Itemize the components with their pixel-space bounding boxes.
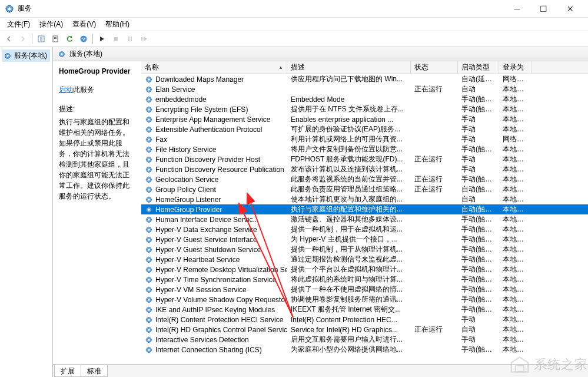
svg-rect-74 [516, 366, 524, 372]
tab-standard[interactable]: 标准 [81, 365, 108, 377]
svg-rect-11 [141, 37, 142, 41]
service-row[interactable]: Elan Service正在运行自动本地系... [141, 84, 588, 94]
column-status[interactable]: 状态 [411, 61, 458, 74]
cell-desc: 使本地计算机更改与加入家庭组的... [287, 194, 411, 204]
svg-point-63 [148, 309, 150, 311]
service-row[interactable]: Internet Connection Sharing (ICS)为家庭和小型办… [141, 345, 588, 355]
cell-name: Function Discovery Resource Publication [141, 166, 287, 174]
service-row[interactable]: Hyper-V Heartbeat Service通过定期报告检测信号来监视此虚… [141, 254, 588, 264]
stop-button[interactable] [109, 32, 122, 45]
service-row[interactable]: Extensible Authentication Protocol可扩展的身份… [141, 124, 588, 134]
cell-startup: 自动 [458, 325, 499, 335]
cell-desc: 提供一种机制，用于从物理计算机... [287, 244, 411, 254]
service-row[interactable]: HomeGroup Provider执行与家庭组的配置和维护相关的...自动(触… [141, 204, 588, 214]
cell-startup: 手动(触发... [458, 234, 499, 244]
detail-panel: HomeGroup Provider 启动此服务 描述: 执行与家庭组的配置和维… [53, 61, 141, 364]
service-row[interactable]: Interactive Services Detection启用交互服务需要用户… [141, 335, 588, 345]
cell-name: Intel(R) HD Graphics Control Panel Servi… [141, 326, 287, 334]
service-row[interactable]: Human Interface Device Servic...激活键盘、遥控器… [141, 214, 588, 224]
service-row[interactable]: Hyper-V Volume Shadow Copy Requestor协调使用… [141, 295, 588, 305]
service-row[interactable]: Group Policy Client此服务负责应用管理员通过组策略...正在运… [141, 184, 588, 194]
cell-status: 正在运行 [411, 184, 458, 194]
refresh-button[interactable] [63, 32, 76, 45]
cell-logon: 本地系... [499, 194, 531, 204]
cell-startup: 手动(触发... [458, 254, 499, 264]
menu-file[interactable]: 文件(F) [2, 18, 35, 31]
help-button[interactable]: ? [77, 32, 90, 45]
service-row[interactable]: HomeGroup Listener使本地计算机更改与加入家庭组的...自动本地… [141, 194, 588, 204]
service-row[interactable]: Encrypting File System (EFS)提供用于在 NTFS 文… [141, 104, 588, 114]
tab-extended[interactable]: 扩展 [54, 365, 81, 377]
service-row[interactable]: Hyper-V Data Exchange Service提供一种机制，用于在虚… [141, 224, 588, 234]
cell-name: Enterprise App Management Service [141, 115, 287, 124]
menu-view[interactable]: 查看(V) [68, 18, 101, 31]
cell-startup: 自动(延迟... [458, 74, 499, 84]
service-row[interactable]: Hyper-V Time Synchronization Service将此虚拟… [141, 275, 588, 285]
cell-logon: 本地服... [499, 204, 531, 214]
column-startup[interactable]: 启动类型 [458, 61, 499, 74]
service-row[interactable]: Downloaded Maps Manager供应用程序访问已下载地图的 Win… [141, 74, 588, 84]
menu-help[interactable]: 帮助(H) [101, 18, 134, 31]
service-row[interactable]: Geolocation Service此服务将监视系统的当前位置并管...正在运… [141, 174, 588, 184]
cell-startup: 手动(触发... [458, 174, 499, 184]
service-row[interactable]: Intel(R) HD Graphics Control Panel Servi… [141, 325, 588, 335]
cell-startup: 手动 [458, 114, 499, 124]
cell-logon: 本地系... [499, 335, 531, 345]
cell-startup: 手动 [458, 164, 499, 174]
service-row[interactable]: Function Discovery Resource Publication发… [141, 164, 588, 174]
close-button[interactable]: ✕ [557, 1, 583, 17]
cell-name: IKE and AuthIP IPsec Keying Modules [141, 306, 287, 314]
menu-action[interactable]: 操作(A) [35, 18, 68, 31]
svg-point-39 [148, 188, 150, 191]
column-name[interactable]: 名称▲ [141, 61, 287, 74]
app-icon [5, 4, 14, 14]
pause-button[interactable] [124, 32, 137, 45]
cell-startup: 手动 [458, 335, 499, 345]
start-service-link[interactable]: 启动 [59, 85, 73, 94]
cell-logon: 本地系... [499, 174, 531, 184]
cell-startup: 手动 [458, 154, 499, 164]
service-row[interactable]: Enterprise App Management ServiceEnables… [141, 114, 588, 124]
list-body[interactable]: Downloaded Maps Manager供应用程序访问已下载地图的 Win… [141, 74, 588, 364]
svg-point-69 [148, 339, 150, 341]
service-row[interactable]: Hyper-V Guest Shutdown Service提供一种机制，用于从… [141, 244, 588, 254]
service-row[interactable]: Fax利用计算机或网络上的可用传真资...手动网络服... [141, 134, 588, 144]
cell-logon: 本地系... [499, 325, 531, 335]
svg-point-33 [148, 158, 150, 161]
service-row[interactable]: Hyper-V Remote Desktop Virtualization Se… [141, 264, 588, 275]
service-row[interactable]: Hyper-V VM Session Service提供了一种在不使用虚拟网络的… [141, 285, 588, 295]
service-row[interactable]: embeddedmodeEmbedded Mode手动(触发...本地系... [141, 94, 588, 104]
cell-logon: 本地系... [499, 295, 531, 305]
cell-logon: 本地系... [499, 254, 531, 264]
cell-logon: 本地系... [499, 315, 531, 325]
cell-desc: Enables enterprise application ... [287, 115, 411, 124]
cell-logon: 本地系... [499, 264, 531, 275]
column-desc[interactable]: 描述 [287, 61, 411, 74]
filter-button[interactable] [49, 32, 62, 45]
cell-startup: 手动(触发... [458, 104, 499, 114]
restart-button[interactable] [138, 32, 151, 45]
export-button[interactable] [35, 32, 48, 45]
start-button[interactable] [95, 32, 108, 45]
cell-logon: 本地系... [499, 104, 531, 114]
svg-point-17 [148, 78, 150, 81]
svg-rect-5 [54, 38, 57, 39]
service-row[interactable]: IKE and AuthIP IPsec Keying ModulesIKEEX… [141, 305, 588, 315]
minimize-button[interactable]: ─ [504, 1, 530, 17]
back-button[interactable] [2, 32, 15, 45]
forward-button[interactable] [16, 32, 29, 45]
tree-root-item[interactable]: 服务(本地) [2, 49, 50, 62]
cell-desc: 此服务负责应用管理员通过组策略... [287, 184, 411, 194]
cell-desc: 通过定期报告检测信号来监视此虚... [287, 254, 411, 264]
service-row[interactable]: Hyper-V Guest Service Interface为 Hyper-V… [141, 234, 588, 244]
column-logon[interactable]: 登录为 [499, 61, 531, 74]
cell-startup: 手动(触发... [458, 144, 499, 154]
titlebar: 服务 ─ ☐ ✕ [0, 0, 588, 18]
maximize-button[interactable]: ☐ [530, 1, 557, 17]
svg-point-53 [148, 259, 150, 261]
service-row[interactable]: Function Discovery Provider HostFDPHOST … [141, 154, 588, 164]
service-row[interactable]: File History Service将用户文件复制到备份位置以防意...手动… [141, 144, 588, 154]
service-row[interactable]: Intel(R) Content Protection HECI Service… [141, 315, 588, 325]
menubar: 文件(F) 操作(A) 查看(V) 帮助(H) [0, 18, 588, 31]
svg-point-31 [148, 148, 150, 151]
